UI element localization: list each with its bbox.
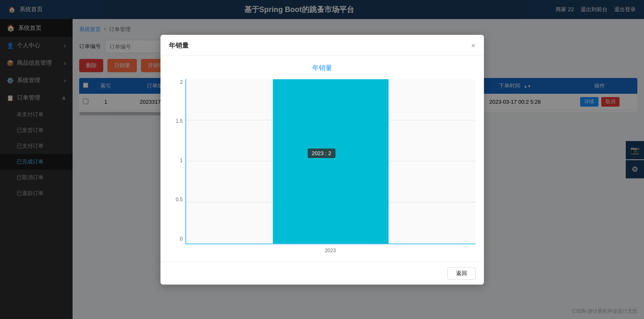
chart-bar-2023[interactable] — [273, 79, 389, 244]
chart-area: 2 1.5 1 0.5 0 202 — [169, 79, 476, 253]
y-label-2: 2 — [180, 79, 183, 85]
modal-close-button[interactable]: × — [471, 42, 476, 49]
return-button[interactable]: 返回 — [447, 267, 476, 280]
chart-title: 年销量 — [169, 64, 476, 73]
chart-plot: 2023 : 2 — [185, 79, 476, 244]
annual-sales-modal: 年销量 × 年销量 2 1.5 1 0.5 0 — [160, 35, 484, 285]
x-label-2023: 2023 — [325, 248, 336, 253]
y-label-1.5: 1.5 — [176, 118, 183, 124]
y-label-0: 0 — [180, 236, 183, 242]
modal-body: 年销量 2 1.5 1 0.5 0 — [160, 56, 484, 262]
modal-title: 年销量 — [169, 41, 189, 50]
chart-y-axis: 2 1.5 1 0.5 0 — [169, 79, 185, 253]
chart-main: 2023 : 2 2023 — [185, 79, 476, 253]
y-label-0.5: 0.5 — [176, 197, 183, 202]
modal-footer: 返回 — [160, 262, 484, 285]
modal-overlay[interactable]: 年销量 × 年销量 2 1.5 1 0.5 0 — [0, 0, 644, 319]
modal-header: 年销量 × — [160, 35, 484, 56]
chart-x-labels: 2023 — [185, 244, 476, 253]
y-label-1: 1 — [180, 158, 183, 163]
